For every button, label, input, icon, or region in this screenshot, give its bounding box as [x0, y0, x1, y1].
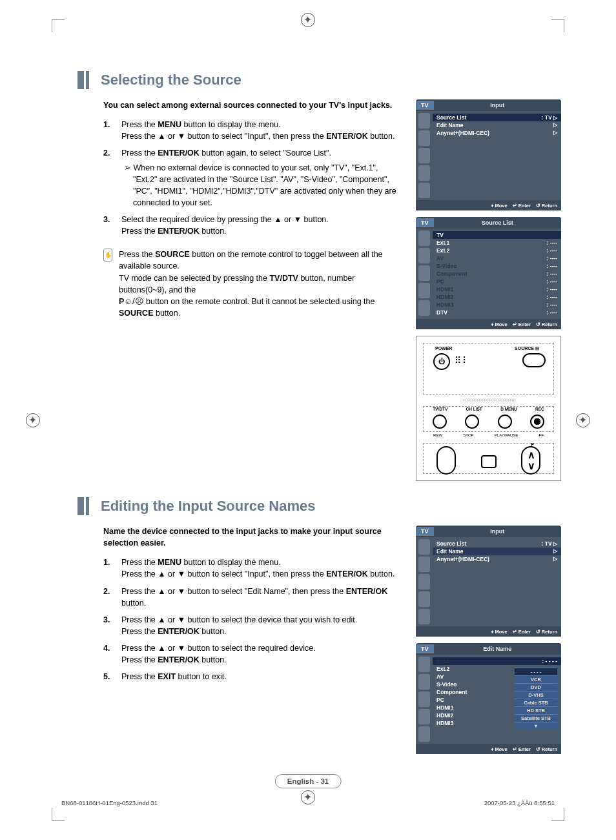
popup-option[interactable]: VCR	[515, 675, 557, 683]
osd-source-row[interactable]: HDMI2: ----	[436, 293, 557, 301]
rec-label: REC	[535, 407, 544, 411]
osd-source-row[interactable]: AV: ----	[436, 254, 557, 262]
popup-option[interactable]: - - - -	[515, 668, 557, 675]
remote-bottom-section: P	[423, 443, 554, 474]
osd-panel: Ext.1: - - - -Ext.2:AV:S-Video:Component…	[433, 655, 561, 744]
osd-footer: ♦Move ↵Enter ↺Return	[416, 626, 561, 637]
heading-accent-bar	[86, 497, 89, 515]
osd-edit-name: TV Edit Name Ext.1: - - - -Ext.2:AV:S-Vi…	[416, 643, 561, 754]
remote-ellipsis: ⋯⋯⋯⋯⋯⋯⋯⋯⋯⋯	[423, 397, 554, 403]
ir-dots-icon: ⠿⠇	[455, 355, 470, 365]
crop-mark	[551, 808, 564, 821]
osd-row-edit-name[interactable]: Edit Name▷	[433, 548, 561, 555]
osd-source-row[interactable]: HDMI3: ----	[436, 301, 557, 309]
section-title-2: Editing the Input Source Names	[101, 498, 315, 515]
osd-source-row[interactable]: Ext.1: ----	[436, 239, 557, 247]
osd-panel: TVExt.1: ----Ext.2: ----AV: ----S-Video:…	[433, 229, 561, 319]
step: 1.Press the MENU button to display the m…	[103, 557, 403, 580]
popup-option[interactable]: Cable STB	[515, 699, 557, 706]
osd-row-edit-name[interactable]: Edit Name▷	[436, 121, 557, 129]
power-label: POWER	[435, 346, 452, 351]
crop-mark	[52, 808, 65, 821]
heading-accent-bar	[77, 497, 84, 515]
osd-panel: Source List: TV ▷ Edit Name▷ Anynet+(HDM…	[433, 111, 561, 200]
osd-source-row[interactable]: S-Video: ----	[436, 262, 557, 270]
heading-accent-bar	[77, 71, 84, 89]
osd-row-anynet[interactable]: Anynet+(HDMI-CEC)▷	[436, 555, 557, 563]
heading-accent-bar	[86, 71, 89, 89]
step-number: 3.	[103, 214, 115, 237]
popup-option[interactable]: ▼	[515, 722, 557, 730]
section-header-1: Selecting the Source	[77, 71, 561, 89]
popup-option[interactable]: HD STB	[515, 706, 557, 714]
osd-source-row[interactable]: TV	[433, 231, 561, 239]
osd-editname-row[interactable]: Ext.1: - - - -	[433, 657, 561, 665]
dmenu-label: D.MENU	[500, 407, 517, 411]
step-body: Press the ▲ or ▼ button to select the re…	[121, 642, 403, 666]
osd-source-row[interactable]: DTV: ----	[436, 309, 557, 316]
step-number: 4.	[103, 642, 115, 666]
osd-footer: ♦Move ↵Enter ↺Return	[416, 200, 561, 210]
remote-mid-section: TV/DTV CH LIST D.MENU REC	[423, 406, 554, 432]
chlist-label: CH LIST	[466, 407, 482, 411]
osd-row-source-list[interactable]: Source List: TV ▷	[436, 540, 557, 548]
section2-steps: 1.Press the MENU button to display the m…	[77, 557, 403, 682]
osd-title: Input	[434, 99, 561, 111]
power-button-icon: ⏻	[433, 353, 450, 370]
section2-intro: Name the device connected to the input j…	[77, 526, 403, 549]
step-number: 5.	[103, 671, 115, 682]
registration-mark-icon	[26, 413, 40, 427]
source-label: SOURCE ⊟	[515, 346, 539, 351]
source-file: BN68-01186H-01Eng-0523.indd 31	[61, 799, 158, 806]
step: 4.Press the ▲ or ▼ button to select the …	[103, 642, 403, 666]
step-3: 3. Select the required device by pressin…	[103, 214, 403, 237]
osd-sidebar-icons	[416, 537, 433, 626]
page-number: English - 31	[275, 774, 342, 788]
step-number: 3.	[103, 614, 115, 637]
step-1: 1. Press the MENU button to display the …	[103, 119, 403, 142]
osd-input-menu: TV Input Source List: TV ▷ Edit Name▷ An…	[416, 99, 561, 210]
osd-source-row[interactable]: Component: ----	[436, 270, 557, 278]
popup-option[interactable]: Satellite STB	[515, 714, 557, 722]
step-body: Press the ENTER/OK button again, to sele…	[121, 147, 403, 209]
print-timestamp: 2007-05-23 ¿ÀÀü 8:55:51	[484, 799, 555, 806]
step-body: Press the MENU button to display the men…	[121, 119, 403, 142]
popup-option[interactable]: D-VHS	[515, 691, 557, 699]
osd-footer: ♦Move ↵Enter ↺Return	[416, 319, 561, 329]
osd-title: Edit Name	[434, 643, 561, 655]
osd-panel: Source List: TV ▷ Edit Name▷ Anynet+(HDM…	[433, 537, 561, 626]
osd-source-row[interactable]: PC: ----	[436, 278, 557, 285]
osd-source-row[interactable]: HDMI1: ----	[436, 285, 557, 293]
page-footer: English - 31	[275, 774, 342, 788]
osd-row-source-list[interactable]: Source List: TV ▷	[433, 114, 561, 121]
crop-mark	[551, 19, 564, 32]
step-body: Press the ▲ or ▼ button to select the de…	[121, 614, 403, 637]
note-body: Press the SOURCE button on the remote co…	[119, 249, 403, 319]
mute-button-icon	[481, 455, 497, 468]
remote-control-diagram: POWER SOURCE ⊟ ⏻ ⠿⠇ ⋯⋯⋯⋯⋯⋯⋯⋯⋯⋯ TV/DTV CH…	[416, 336, 561, 481]
step: 2.Press the ▲ or ▼ button to select "Edi…	[103, 586, 403, 609]
step-number: 2.	[103, 586, 115, 609]
remote-top-section: POWER SOURCE ⊟ ⏻ ⠿⠇	[423, 343, 554, 394]
osd-tab: TV	[416, 218, 434, 227]
osd-title: Source List	[434, 217, 561, 229]
print-job-info: BN68-01186H-01Eng-0523.indd 31 2007-05-2…	[61, 799, 555, 806]
osd-tab: TV	[416, 101, 434, 110]
step-number: 2.	[103, 147, 115, 209]
remote-transport-labels: REWSTOPPLAY/PAUSEFF	[423, 433, 554, 437]
step-sub-note: When no external device is connected to …	[121, 162, 403, 209]
manual-page: Selecting the Source You can select amon…	[0, 0, 616, 840]
osd-footer: ♦Move ↵Enter ↺Return	[416, 744, 561, 754]
osd-sidebar-icons	[416, 111, 433, 200]
registration-mark-icon	[576, 413, 590, 427]
dmenu-button-icon	[498, 415, 512, 429]
popup-option[interactable]: DVD	[515, 683, 557, 691]
step-body: Press the MENU button to display the men…	[121, 557, 403, 580]
osd-row-anynet[interactable]: Anynet+(HDMI-CEC)▷	[436, 129, 557, 137]
step-body: Press the ▲ or ▼ button to select "Edit …	[121, 586, 403, 609]
step-number: 1.	[103, 557, 115, 580]
step-body: Press the EXIT button to exit.	[121, 671, 403, 682]
osd-source-row[interactable]: Ext.2: ----	[436, 247, 557, 254]
osd-sidebar-icons	[416, 655, 433, 744]
device-name-popup[interactable]: - - - -VCRDVDD-VHSCable STBHD STBSatelli…	[515, 668, 557, 730]
